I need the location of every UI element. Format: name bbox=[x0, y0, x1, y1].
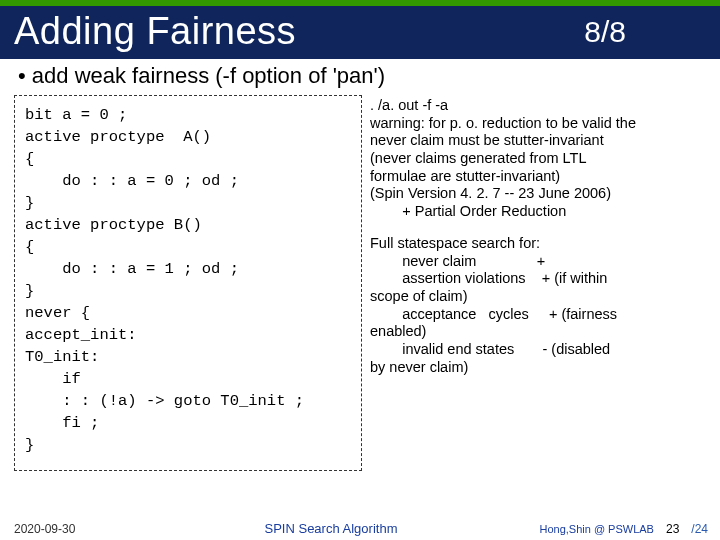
footer-date: 2020-09-30 bbox=[14, 522, 164, 536]
title-band: Adding Fairness 8/8 bbox=[0, 6, 720, 59]
output-para-2: Full statespace search for: never claim … bbox=[370, 235, 708, 377]
slide-title: Adding Fairness bbox=[14, 10, 584, 53]
bullet-line: • add weak fairness (-f option of 'pan') bbox=[0, 59, 720, 95]
footer-page: 23 bbox=[666, 522, 679, 536]
content-area: bit a = 0 ; active proctype A() { do : :… bbox=[0, 95, 720, 471]
output-column: . /a. out -f -a warning: for p. o. reduc… bbox=[370, 95, 708, 471]
footer-lab: Hong,Shin @ PSWLAB bbox=[539, 523, 654, 535]
page-indicator: 8/8 bbox=[584, 15, 706, 49]
code-block: bit a = 0 ; active proctype A() { do : :… bbox=[14, 95, 362, 471]
footer-total: /24 bbox=[691, 522, 708, 536]
footer-right: Hong,Shin @ PSWLAB 23 /24 bbox=[498, 522, 708, 536]
footer-center: SPIN Search Algorithm bbox=[164, 521, 498, 536]
footer: 2020-09-30 SPIN Search Algorithm Hong,Sh… bbox=[0, 521, 720, 536]
output-para-1: . /a. out -f -a warning: for p. o. reduc… bbox=[370, 97, 708, 221]
